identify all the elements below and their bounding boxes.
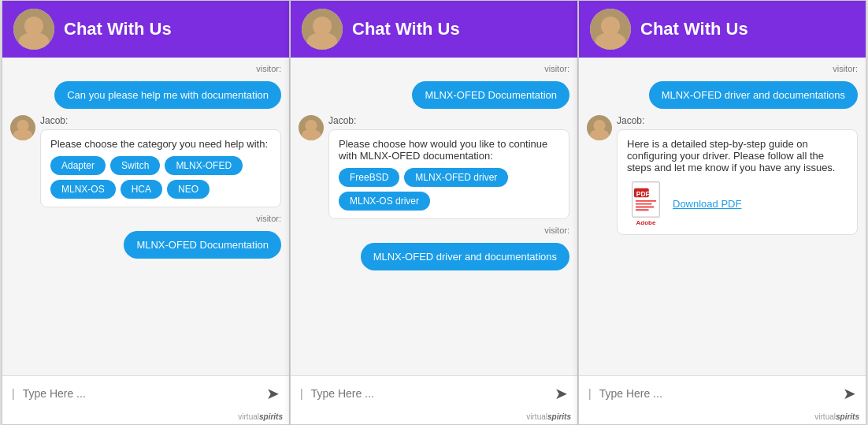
agent-content-2: Jacob: Please choose how would you like … [328,115,569,219]
avatar-3 [590,9,631,50]
tag-neo[interactable]: NEO [167,180,210,199]
chat-header-2: Chat With Us [291,1,577,58]
agent-row-3: Jacob: Here is a detailed step-by-step g… [587,115,858,235]
svg-rect-5 [636,207,655,208]
avatar-face-3 [590,9,631,50]
branding-3: virtualspirits [579,411,866,424]
pdf-icon-container: PDF Adobe [627,181,665,226]
avatar-face-1 [13,9,54,50]
svg-rect-6 [636,209,649,211]
agent-name-3: Jacob: [617,115,858,126]
agent-text-2: Please choose how would you like to cont… [339,138,547,162]
agent-name-2: Jacob: [328,115,569,126]
avatar-2 [302,9,343,50]
visitor-label-1b: visitor: [10,214,281,223]
agent-text-1: Please choose the category you need help… [50,138,268,150]
send-button-2[interactable]: ➤ [555,384,568,403]
chat-widget-1: Chat With Us visitor: Can you please hel… [2,0,290,425]
agent-content-1: Jacob: Please choose the category you ne… [40,115,281,207]
pdf-svg: PDF [632,181,659,218]
visitor-bubble-3a: MLNX-OFED driver and documentations [649,81,858,109]
input-cursor-2: | [300,387,303,400]
branding-2: virtualspirits [291,411,577,424]
tag-mlnx-os[interactable]: MLNX-OS [50,180,116,199]
svg-rect-3 [636,200,656,202]
agent-text-3: Here is a detailed step-by-step guide on… [627,138,835,173]
tag-hca[interactable]: HCA [121,180,162,199]
chat-widget-2: Chat With Us visitor: MLNX-OFED Document… [290,0,578,425]
send-button-1[interactable]: ➤ [266,384,280,403]
agent-bubble-1: Please choose the category you need help… [40,129,281,207]
visitor-label-2a: visitor: [299,64,569,73]
chat-header-1: Chat With Us [2,1,289,58]
avatar-face-2 [302,9,343,50]
chat-input-3[interactable] [599,387,836,400]
chat-messages-2: visitor: MLNX-OFED Documentation Jacob: … [291,58,577,375]
header-title-3: Chat With Us [640,19,748,39]
tag-row-1: Adapter Switch MLNX-OFED MLNX-OS HCA NEO [50,156,271,199]
header-title-2: Chat With Us [352,19,460,39]
svg-text:PDF: PDF [636,190,650,198]
tag-mlnx-ofed[interactable]: MLNX-OFED [165,156,243,175]
visitor-bubble-2a: MLNX-OFED Documentation [412,81,569,109]
tag-mlnx-ofed-driver[interactable]: MLNX-OFED driver [404,168,508,187]
svg-rect-0 [632,182,659,216]
chat-input-2[interactable] [311,387,548,400]
input-cursor-1: | [12,387,15,400]
agent-content-3: Jacob: Here is a detailed step-by-step g… [617,115,858,235]
tag-mlnx-os-driver[interactable]: MLNX-OS driver [339,192,430,211]
branding-1: virtualspirits [2,411,289,424]
adobe-label: Adobe [636,219,656,226]
branding-bold-3: spirits [836,412,859,421]
tag-freebsd[interactable]: FreeBSD [339,168,399,187]
chat-input-area-3: | ➤ [579,375,866,411]
tag-row-2: FreeBSD MLNX-OFED driver MLNX-OS driver [339,168,559,211]
tag-adapter[interactable]: Adapter [50,156,106,175]
input-cursor-3: | [588,387,592,400]
agent-avatar-3 [587,115,612,140]
agent-bubble-2: Please choose how would you like to cont… [328,129,569,219]
agent-row-1: Jacob: Please choose the category you ne… [10,115,281,207]
visitor-bubble-1a: Can you please help me with documentatio… [54,81,281,109]
svg-rect-4 [636,203,652,205]
avatar-1 [13,9,54,50]
chat-widget-3: Chat With Us visitor: MLNX-OFED driver a… [578,0,866,425]
chat-messages-1: visitor: Can you please help me with doc… [2,58,289,375]
chat-input-area-2: | ➤ [291,375,577,411]
visitor-bubble-1b: MLNX-OFED Documentation [124,231,281,259]
pdf-icon: PDF [632,181,660,218]
visitor-label-3a: visitor: [587,64,858,73]
pdf-row: PDF Adobe Download PDF [627,181,848,226]
branding-bold-1: spirits [259,412,283,421]
download-pdf-link[interactable]: Download PDF [673,198,741,210]
chat-input-1[interactable] [23,387,260,400]
agent-name-1: Jacob: [40,115,281,126]
visitor-label-1a: visitor: [10,64,281,73]
chat-header-3: Chat With Us [579,1,866,58]
chat-input-area-1: | ➤ [2,375,289,411]
tag-switch[interactable]: Switch [110,156,160,175]
header-title-1: Chat With Us [64,19,172,39]
agent-avatar-1 [10,115,35,140]
visitor-bubble-2b: MLNX-OFED driver and documentations [361,243,569,270]
visitor-label-2b: visitor: [299,226,569,235]
chat-messages-3: visitor: MLNX-OFED driver and documentat… [579,58,866,375]
agent-row-2: Jacob: Please choose how would you like … [299,115,569,219]
agent-bubble-3: Here is a detailed step-by-step guide on… [617,129,858,235]
branding-bold-2: spirits [547,412,571,421]
send-button-3[interactable]: ➤ [843,384,856,403]
agent-avatar-2 [299,115,324,140]
